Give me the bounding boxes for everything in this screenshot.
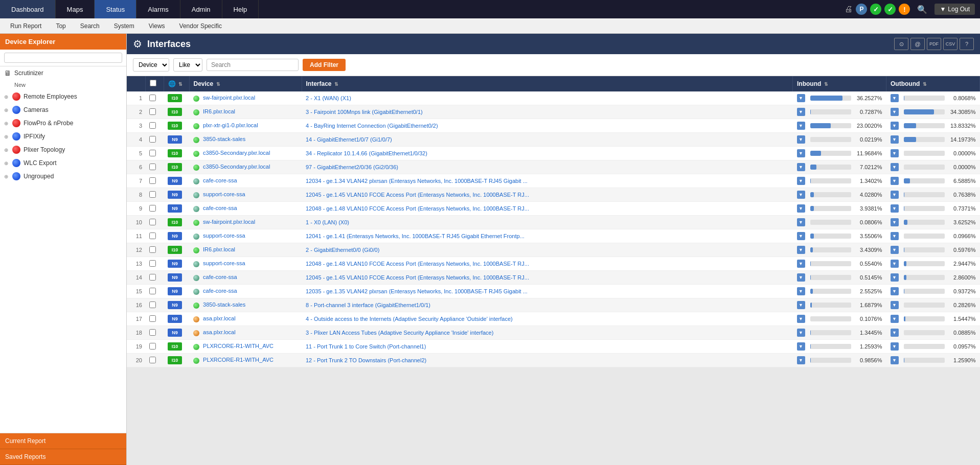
device-name-link[interactable]: sw-fairpoint.plxr.local xyxy=(203,219,255,225)
device-name-link[interactable]: support-core-ssa xyxy=(203,232,245,239)
p-status-icon[interactable]: P xyxy=(856,4,867,15)
sub-nav-system[interactable]: System xyxy=(108,20,141,32)
interface-name-link[interactable]: 4 - BayRing Internet Connection (Gigabit… xyxy=(306,123,438,129)
sidebar-item-remote-employees[interactable]: ⊕ Remote Employees xyxy=(0,90,126,103)
device-name-link[interactable]: support-core-ssa xyxy=(203,260,245,266)
outbound-dropdown-button[interactable]: ▼ xyxy=(891,273,899,282)
inbound-dropdown-button[interactable]: ▼ xyxy=(797,232,805,240)
csv-button[interactable]: CSV xyxy=(943,38,958,50)
row-checkbox-cell[interactable] xyxy=(145,243,164,257)
device-name-link[interactable]: IR6.plxr.local xyxy=(203,108,235,114)
device-name-link[interactable]: sw-fairpoint.plxr.local xyxy=(203,95,255,101)
sidebar-item-ungrouped[interactable]: ⊕ Ungrouped xyxy=(0,170,126,183)
help-button[interactable]: ? xyxy=(960,38,974,50)
inbound-dropdown-button[interactable]: ▼ xyxy=(797,273,805,282)
inbound-dropdown-button[interactable]: ▼ xyxy=(797,122,805,130)
printer-icon[interactable]: 🖨 xyxy=(845,5,853,14)
logout-button[interactable]: ▼ Log Out xyxy=(935,4,975,15)
inbound-dropdown-button[interactable]: ▼ xyxy=(797,301,805,309)
inbound-dropdown-button[interactable]: ▼ xyxy=(797,218,805,226)
inbound-dropdown-button[interactable]: ▼ xyxy=(797,356,805,364)
row-checkbox-cell[interactable] xyxy=(145,312,164,326)
interface-name-link[interactable]: 12035 - ge.1.35 VLAN42 plxrsan (Enterasy… xyxy=(306,288,528,294)
row-checkbox[interactable] xyxy=(149,288,156,294)
row-checkbox-cell[interactable] xyxy=(145,105,164,119)
row-checkbox-cell[interactable] xyxy=(145,188,164,202)
sidebar-new-item[interactable]: New xyxy=(0,80,126,90)
interface-name-link[interactable]: 8 - Port-channel 3 interface (GigabitEth… xyxy=(306,302,430,308)
interface-name-link[interactable]: 2 - GigabitEthernet0/0 (Gi0/0) xyxy=(306,247,379,253)
row-checkbox-cell[interactable] xyxy=(145,257,164,271)
col-outbound[interactable]: Outbound ⇅ xyxy=(886,76,980,91)
device-name-link[interactable]: cafe-core-ssa xyxy=(203,274,237,280)
interface-name-link[interactable]: 97 - GigabitEthernet2/0/36 (Gi2/0/36) xyxy=(306,164,398,170)
sub-nav-top[interactable]: Top xyxy=(50,20,72,32)
row-checkbox-cell[interactable] xyxy=(145,202,164,216)
inbound-dropdown-button[interactable]: ▼ xyxy=(797,342,805,351)
row-checkbox-cell[interactable] xyxy=(145,354,164,367)
inbound-dropdown-button[interactable]: ▼ xyxy=(797,287,805,295)
sub-nav-run-report[interactable]: Run Report xyxy=(4,20,48,32)
nav-dashboard[interactable]: Dashboard xyxy=(0,0,56,18)
row-checkbox-cell[interactable] xyxy=(145,298,164,312)
col-device-sort[interactable]: ⇅ xyxy=(216,82,220,87)
outbound-dropdown-button[interactable]: ▼ xyxy=(891,246,899,254)
row-checkbox-cell[interactable] xyxy=(145,91,164,105)
row-checkbox[interactable] xyxy=(149,246,156,253)
nav-alarms[interactable]: Alarms xyxy=(136,0,180,18)
check-status-icon-1[interactable]: ✓ xyxy=(870,4,881,15)
inbound-dropdown-button[interactable]: ▼ xyxy=(797,135,805,144)
row-checkbox-cell[interactable] xyxy=(145,160,164,174)
col-interface-sort[interactable]: ⇅ xyxy=(334,82,338,87)
device-name-link[interactable]: asa.plxr.local xyxy=(203,315,236,321)
interface-name-link[interactable]: 11 - Port Trunk 1 to Core Switch (Port-c… xyxy=(306,343,426,350)
col-interface[interactable]: Interface ⇅ xyxy=(302,76,793,91)
email-button[interactable]: @ xyxy=(910,38,925,50)
warn-status-icon[interactable]: ! xyxy=(899,4,910,15)
row-checkbox[interactable] xyxy=(149,343,156,350)
row-checkbox[interactable] xyxy=(149,177,156,184)
row-checkbox[interactable] xyxy=(149,301,156,308)
row-checkbox[interactable] xyxy=(149,329,156,336)
sidebar-item-flowpro[interactable]: ⊕ FlowPro & nProbe xyxy=(0,117,126,130)
outbound-dropdown-button[interactable]: ▼ xyxy=(891,301,899,309)
inbound-dropdown-button[interactable]: ▼ xyxy=(797,260,805,268)
row-checkbox-cell[interactable] xyxy=(145,147,164,160)
interface-name-link[interactable]: 12048 - ge.1.48 VLAN10 FCOE Access Port … xyxy=(306,261,529,267)
interface-name-link[interactable]: 2 - X1 (WAN) (X1) xyxy=(306,95,351,101)
interface-name-link[interactable]: 12045 - ge.1.45 VLAN10 FCOE Access Port … xyxy=(306,274,529,281)
device-name-link[interactable]: cafe-core-ssa xyxy=(203,288,237,294)
outbound-dropdown-button[interactable]: ▼ xyxy=(891,232,899,240)
filter-search-input[interactable] xyxy=(207,59,299,71)
interface-name-link[interactable]: 12041 - ge.1.41 (Enterasys Networks, Inc… xyxy=(306,233,525,239)
row-checkbox-cell[interactable] xyxy=(145,174,164,188)
row-checkbox[interactable] xyxy=(149,315,156,322)
filter-device-select[interactable]: Device xyxy=(133,58,169,72)
nav-maps[interactable]: Maps xyxy=(56,0,95,18)
row-checkbox[interactable] xyxy=(149,191,156,198)
col-inbound-sort[interactable]: ⇅ xyxy=(824,82,828,87)
device-name-link[interactable]: 3850-stack-sales xyxy=(203,136,245,142)
device-name-link[interactable]: cafe-core-ssa xyxy=(203,177,237,183)
inbound-dropdown-button[interactable]: ▼ xyxy=(797,315,805,323)
sidebar-header[interactable]: Device Explorer xyxy=(0,34,126,50)
row-checkbox-cell[interactable] xyxy=(145,271,164,285)
device-name-link[interactable]: c3850-Secondary.plxr.local xyxy=(203,164,270,170)
sidebar-item-ipfixify[interactable]: ⊕ IPFIXify xyxy=(0,130,126,143)
nav-status[interactable]: Status xyxy=(95,0,136,18)
device-name-link[interactable]: support-core-ssa xyxy=(203,191,245,197)
outbound-dropdown-button[interactable]: ▼ xyxy=(891,260,899,268)
row-checkbox-cell[interactable] xyxy=(145,340,164,354)
device-name-link[interactable]: plxr-xtr-gi1-0.plxr.local xyxy=(203,122,258,128)
inbound-dropdown-button[interactable]: ▼ xyxy=(797,246,805,254)
saved-reports-item[interactable]: Saved Reports xyxy=(0,449,126,465)
outbound-dropdown-button[interactable]: ▼ xyxy=(891,218,899,226)
outbound-dropdown-button[interactable]: ▼ xyxy=(891,94,899,102)
interface-name-link[interactable]: 12 - Port Trunk 2 TO Downstairs (Port-ch… xyxy=(306,357,426,363)
row-checkbox[interactable] xyxy=(149,150,156,156)
outbound-dropdown-button[interactable]: ▼ xyxy=(891,329,899,337)
outbound-dropdown-button[interactable]: ▼ xyxy=(891,356,899,364)
row-checkbox-cell[interactable] xyxy=(145,119,164,133)
inbound-dropdown-button[interactable]: ▼ xyxy=(797,204,805,213)
row-checkbox[interactable] xyxy=(149,260,156,267)
